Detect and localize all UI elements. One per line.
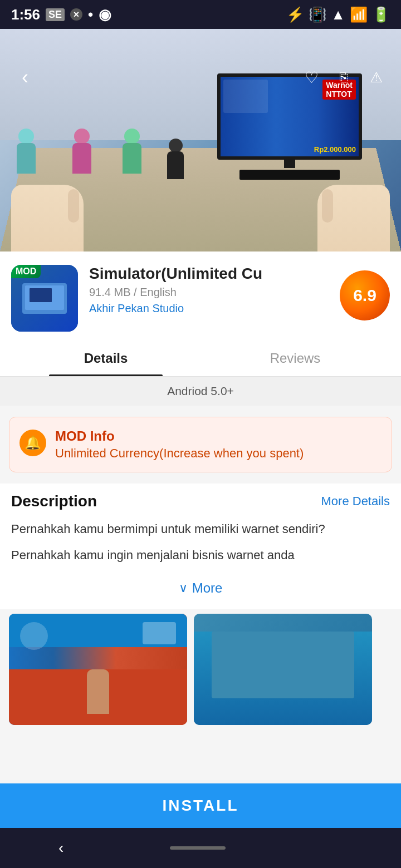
more-details-link[interactable]: More Details — [321, 494, 390, 509]
warning-icon: ⚠ — [370, 69, 383, 86]
separator: / — [134, 286, 140, 298]
left-hand — [11, 185, 84, 251]
more-button[interactable]: ∨ More — [11, 576, 390, 600]
back-arrow-icon: ‹ — [58, 839, 63, 856]
bluetooth-icon: ⚡ — [286, 6, 304, 23]
mod-info-title: MOD Info — [55, 428, 304, 444]
right-hand — [317, 185, 390, 251]
description-section: Description More Details Pernahkah kamu … — [0, 484, 401, 609]
dot-icon: • — [88, 6, 93, 23]
circle-icon: ◉ — [99, 6, 111, 23]
desc-line-2: Pernahkah kamu ingin menjalani bisnis wa… — [11, 545, 390, 565]
app-title: Simulator(Unlimited Cu — [89, 265, 329, 283]
android-version-bar: Andriod 5.0+ — [0, 377, 401, 406]
se-icon: SE — [46, 8, 65, 21]
foreground-hands — [0, 162, 401, 251]
favorite-button[interactable]: ♡ — [297, 63, 325, 91]
status-bar: 1:56 SE × • ◉ ⚡ 📳 ▲ 📶 🔋 — [0, 0, 401, 29]
app-info-section: MOD Simulator(Unlimited Cu 91.4 MB / Eng… — [0, 251, 401, 341]
screenshot-2[interactable] — [194, 614, 372, 725]
description-header: Description More Details — [11, 492, 390, 510]
home-indicator[interactable] — [170, 846, 226, 850]
mod-badge: MOD — [11, 265, 41, 278]
mod-info-text: MOD Info Unlimited Currency(Increase whe… — [55, 428, 304, 461]
app-details: Simulator(Unlimited Cu 91.4 MB / English… — [89, 265, 329, 315]
nav-right-icons: ♡ ⎘ ⚠ — [297, 63, 390, 91]
heart-icon: ♡ — [305, 68, 319, 87]
app-size: 91.4 MB — [89, 286, 130, 298]
app-developer[interactable]: Akhir Pekan Studio — [89, 302, 329, 315]
wifi-icon: ▲ — [331, 6, 345, 23]
android-version-text: Andriod 5.0+ — [167, 384, 234, 397]
install-bar[interactable]: INSTALL — [0, 783, 401, 828]
x-icon: × — [70, 8, 82, 21]
description-text: Pernahkah kamu bermimpi untuk memiliki w… — [11, 519, 390, 565]
back-icon: ‹ — [22, 66, 28, 89]
system-back-button[interactable]: ‹ — [47, 834, 75, 862]
description-title: Description — [11, 492, 97, 510]
hero-image: WarnotNTTOT Rp2.000.000 ‹ ♡ ⎘ — [0, 29, 401, 251]
install-button-label: INSTALL — [162, 797, 238, 815]
desc-line-1: Pernahkah kamu bermimpi untuk memiliki w… — [11, 519, 390, 539]
tab-details[interactable]: Details — [11, 341, 200, 376]
app-meta: 91.4 MB / English — [89, 286, 329, 299]
app-icon-wrapper: MOD — [11, 265, 78, 332]
signal-icon: 📶 — [350, 6, 368, 23]
bottom-navigation-bar: ‹ — [0, 828, 401, 868]
battery-icon: 🔋 — [372, 6, 390, 23]
chevron-down-icon: ∨ — [179, 581, 188, 595]
share-icon: ⎘ — [340, 70, 348, 85]
back-button[interactable]: ‹ — [11, 63, 39, 91]
bell-icon: 🔔 — [19, 430, 46, 456]
status-time: 1:56 — [11, 6, 40, 23]
screenshot-1[interactable] — [9, 614, 187, 725]
report-button[interactable]: ⚠ — [362, 63, 390, 91]
rating-circle: 6.9 — [340, 270, 390, 320]
status-right: ⚡ 📳 ▲ 📶 🔋 — [286, 6, 390, 23]
top-navigation: ‹ ♡ ⎘ ⚠ — [0, 58, 401, 97]
status-left: 1:56 SE × • ◉ — [11, 6, 111, 23]
mod-info-banner: 🔔 MOD Info Unlimited Currency(Increase w… — [9, 417, 392, 472]
app-language: English — [140, 286, 177, 298]
screenshots-section — [0, 614, 401, 725]
tab-reviews[interactable]: Reviews — [200, 341, 390, 376]
more-label: More — [192, 580, 223, 596]
tabs-container: Details Reviews — [0, 341, 401, 377]
share-button[interactable]: ⎘ — [330, 63, 358, 91]
vibrate-icon: 📳 — [309, 6, 326, 23]
mod-info-description: Unlimited Currency(Increase when you spe… — [55, 446, 304, 461]
